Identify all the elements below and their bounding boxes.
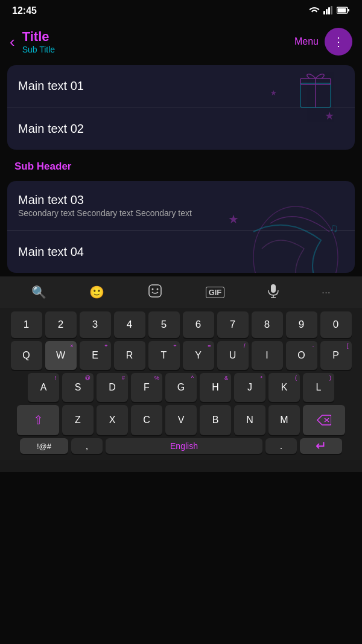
list-item-4[interactable]: Main text 04 <box>7 231 355 273</box>
key-k[interactable]: (K <box>268 373 300 402</box>
key-n[interactable]: N <box>234 405 265 435</box>
key-6[interactable]: 6 <box>183 311 214 338</box>
svg-rect-5 <box>338 8 346 12</box>
key-y[interactable]: =Y <box>183 341 214 370</box>
status-icons <box>309 6 350 16</box>
key-8[interactable]: 8 <box>252 311 283 338</box>
key-d[interactable]: #D <box>97 373 128 402</box>
key-g[interactable]: ^G <box>165 373 197 402</box>
key-f[interactable]: %F <box>131 373 162 402</box>
wifi-icon <box>309 6 320 16</box>
battery-icon <box>337 7 350 16</box>
bottom-bar <box>0 460 362 472</box>
svg-rect-3 <box>331 6 332 14</box>
number-row: 1 2 3 4 5 6 7 8 9 0 <box>2 311 360 338</box>
item-secondary-text-3: Secondary text Secondary text Secondary … <box>18 208 192 218</box>
app-title: Title <box>22 29 294 45</box>
emoji-icon[interactable]: 🙂 <box>89 285 104 299</box>
list-card-2: ★ ★ ♪ ♫ ♥ Main text 03 Secondary text Se… <box>7 181 355 273</box>
key-i[interactable]: I <box>252 341 283 370</box>
sticker-icon[interactable] <box>148 284 162 301</box>
svg-rect-6 <box>348 9 350 11</box>
list-item-1[interactable]: Main text 01 <box>7 65 355 107</box>
space-key[interactable]: English <box>106 438 262 454</box>
keyboard-area: 🔍 🙂 GIF ··· 1 2 3 4 <box>0 276 362 460</box>
list-item-2[interactable]: Main text 02 <box>7 107 355 150</box>
key-m[interactable]: M <box>268 405 300 435</box>
shift-key[interactable]: ⇧ <box>17 405 59 435</box>
key-x[interactable]: X <box>97 405 128 435</box>
key-o[interactable]: -O <box>286 341 317 370</box>
status-time: 12:45 <box>12 5 37 16</box>
zxcv-row: ⇧ Z X C V B N M <box>2 405 360 435</box>
key-1[interactable]: 1 <box>11 311 42 338</box>
svg-rect-0 <box>323 11 325 14</box>
svg-rect-21 <box>271 284 276 293</box>
key-r[interactable]: R <box>114 341 145 370</box>
item-main-text-2: Main text 02 <box>18 122 84 136</box>
app-bar: ‹ Title Sub Title Menu ⋮ <box>0 22 362 62</box>
key-e[interactable]: +E <box>80 341 111 370</box>
item-main-text-4: Main text 04 <box>18 245 84 259</box>
key-2[interactable]: 2 <box>45 311 77 338</box>
title-block: Title Sub Title <box>22 29 294 54</box>
item-main-text-3: Main text 03 <box>18 193 192 207</box>
list-card-1: ★ ★ Main text 01 Main text 02 <box>7 65 355 150</box>
svg-rect-1 <box>326 9 328 14</box>
key-l[interactable]: )L <box>303 373 334 402</box>
svg-rect-2 <box>328 7 330 14</box>
key-p[interactable]: [P <box>320 341 352 370</box>
svg-point-20 <box>157 288 159 290</box>
back-button[interactable]: ‹ <box>10 33 15 51</box>
key-t[interactable]: ÷T <box>148 341 180 370</box>
period-key[interactable]: . <box>265 438 297 454</box>
list-area: ★ ★ Main text 01 Main text 02 Sub Header <box>0 65 362 273</box>
menu-button[interactable]: ⋮ <box>325 28 352 56</box>
key-a[interactable]: !A <box>28 373 59 402</box>
asdf-row: !A @S #D %F ^G &H *J (K )L <box>2 373 360 402</box>
key-0[interactable]: 0 <box>320 311 352 338</box>
key-7[interactable]: 7 <box>217 311 249 338</box>
svg-rect-18 <box>149 285 161 297</box>
signal-icon <box>323 6 333 16</box>
more-icon[interactable]: ··· <box>322 287 331 297</box>
menu-area: Menu ⋮ <box>294 28 352 56</box>
key-q[interactable]: Q <box>11 341 42 370</box>
key-3[interactable]: 3 <box>80 311 111 338</box>
key-u[interactable]: /U <box>217 341 249 370</box>
key-v[interactable]: V <box>165 405 197 435</box>
svg-point-19 <box>152 288 154 290</box>
key-s[interactable]: @S <box>62 373 94 402</box>
backspace-key[interactable] <box>303 405 345 435</box>
bottom-row: !@# , English . ↵ <box>2 438 360 454</box>
special-chars-key[interactable]: !@# <box>20 438 68 454</box>
comma-key[interactable]: , <box>71 438 103 454</box>
keyboard-toolbar: 🔍 🙂 GIF ··· <box>0 276 362 308</box>
item-text-block-4: Main text 04 <box>18 245 84 259</box>
key-b[interactable]: B <box>200 405 231 435</box>
key-5[interactable]: 5 <box>148 311 180 338</box>
key-c[interactable]: C <box>131 405 162 435</box>
key-h[interactable]: &H <box>200 373 231 402</box>
dots-icon: ⋮ <box>332 34 345 49</box>
key-4[interactable]: 4 <box>114 311 145 338</box>
key-j[interactable]: *J <box>234 373 265 402</box>
key-z[interactable]: Z <box>62 405 94 435</box>
key-w[interactable]: ×W <box>45 341 77 370</box>
list-item-3[interactable]: Main text 03 Secondary text Secondary te… <box>7 181 355 231</box>
item-text-block-2: Main text 02 <box>18 122 84 136</box>
enter-key[interactable]: ↵ <box>300 438 342 454</box>
search-icon[interactable]: 🔍 <box>31 285 46 299</box>
item-text-block-1: Main text 01 <box>18 79 84 93</box>
item-text-block-3: Main text 03 Secondary text Secondary te… <box>18 193 192 218</box>
gif-icon[interactable]: GIF <box>206 287 225 298</box>
mic-icon[interactable] <box>268 284 279 301</box>
sub-header: Sub Header <box>5 153 357 177</box>
keyboard-rows: 1 2 3 4 5 6 7 8 9 0 Q ×W +E R ÷T =Y /U I… <box>0 308 362 460</box>
status-bar: 12:45 <box>0 0 362 22</box>
menu-label[interactable]: Menu <box>294 36 319 47</box>
item-main-text-1: Main text 01 <box>18 79 84 93</box>
qwerty-row: Q ×W +E R ÷T =Y /U I -O [P <box>2 341 360 370</box>
key-9[interactable]: 9 <box>286 311 317 338</box>
app-subtitle: Sub Title <box>22 45 294 54</box>
